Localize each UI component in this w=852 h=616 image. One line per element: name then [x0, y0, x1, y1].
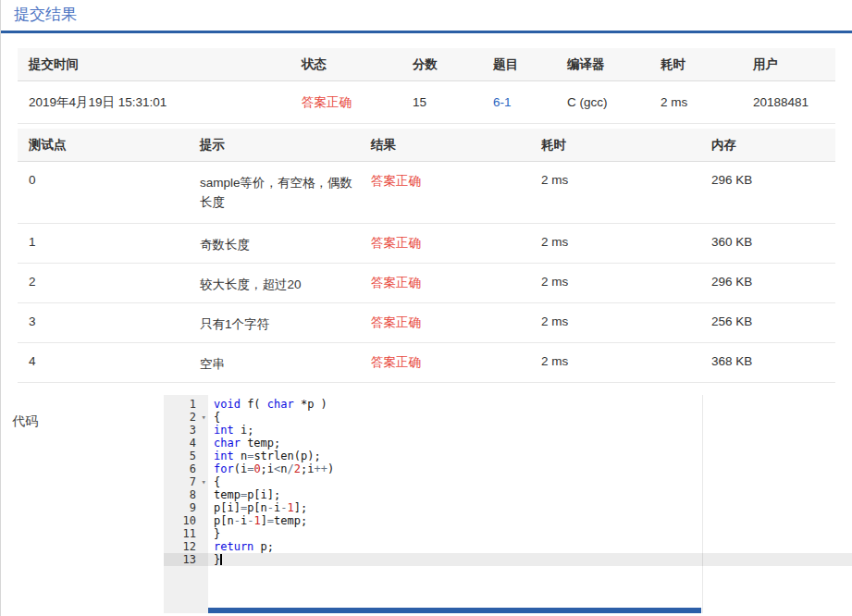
fold-chevron-down-icon[interactable]: ▾: [202, 411, 206, 424]
test-id-cell: 0: [29, 173, 200, 187]
text-cursor: [220, 554, 222, 565]
submission-row: 2019年4月19日 15:31:01 答案正确 15 6-1 C (gcc) …: [18, 81, 835, 124]
col-header-result: 结果: [371, 137, 541, 154]
gutter-line-number: 3: [164, 424, 208, 437]
code-line: char temp;: [214, 437, 852, 450]
user-cell: 20188481: [753, 95, 835, 109]
submission-table: 提交时间 状态 分数 题目 编译器 耗时 用户 2019年4月19日 15:31…: [18, 48, 835, 124]
col-header-user: 用户: [753, 56, 835, 73]
test-id-cell: 3: [29, 314, 200, 328]
code-line: }: [214, 553, 852, 566]
code-section-label: 代码: [1, 395, 164, 613]
test-row: 3 只有1个字符 答案正确 2 ms 256 KB: [18, 303, 835, 343]
page-title: 提交结果: [1, 0, 852, 31]
test-memory-cell: 368 KB: [711, 354, 835, 368]
test-memory-cell: 296 KB: [711, 173, 835, 187]
code-line: p[n-i-1]=temp;: [214, 514, 852, 527]
score-cell: 15: [413, 95, 493, 109]
gutter-line-number: 6: [164, 462, 208, 475]
test-row: 2 较大长度，超过20 答案正确 2 ms 296 KB: [18, 264, 835, 303]
code-line: int i;: [214, 424, 852, 437]
gutter-line-number: 7▾: [164, 475, 208, 488]
col-header-testpoint: 测试点: [29, 137, 200, 154]
col-header-duration: 耗时: [661, 56, 753, 73]
compiler-cell: C (gcc): [567, 95, 661, 109]
editor-hscrollbar-thumb[interactable]: [208, 608, 701, 613]
test-memory-cell: 360 KB: [711, 235, 835, 249]
col-header-status: 状态: [302, 56, 413, 73]
gutter-line-number: 12: [164, 540, 208, 553]
col-header-hint: 提示: [200, 137, 371, 154]
test-cases-table-header: 测试点 提示 结果 耗时 内存: [18, 129, 835, 162]
test-time-cell: 2 ms: [541, 235, 711, 249]
test-row: 4 空串 答案正确 2 ms 368 KB: [18, 343, 835, 383]
code-line: {: [214, 475, 852, 488]
test-time-cell: 2 ms: [541, 173, 711, 187]
gutter-line-number: 4: [164, 437, 208, 450]
gutter-line-number: 11: [164, 527, 208, 540]
test-result-cell: 答案正确: [371, 275, 541, 291]
test-id-cell: 1: [29, 235, 200, 249]
editor-content[interactable]: void f( char *p ){int i;char temp;int n=…: [214, 398, 852, 566]
test-row: 0 sample等价，有空格，偶数长度 答案正确 2 ms 296 KB: [18, 162, 835, 224]
test-id-cell: 2: [29, 275, 200, 289]
test-memory-cell: 256 KB: [711, 314, 835, 328]
code-line: return p;: [214, 540, 852, 553]
problem-link[interactable]: 6-1: [493, 95, 512, 109]
submit-time-cell: 2019年4月19日 15:31:01: [29, 94, 302, 111]
col-header-memory: 内存: [711, 137, 835, 154]
code-line: void f( char *p ): [214, 398, 852, 411]
col-header-compiler: 编译器: [567, 56, 661, 73]
title-divider: [1, 31, 852, 33]
gutter-line-number: 10: [164, 514, 208, 527]
submission-result-page: 提交结果 提交时间 状态 分数 题目 编译器 耗时 用户 2019年4月19日 …: [0, 0, 852, 616]
gutter-line-number: 9: [164, 501, 208, 514]
submission-table-header: 提交时间 状态 分数 题目 编译器 耗时 用户: [18, 48, 835, 81]
col-header-score: 分数: [413, 56, 493, 73]
gutter-line-number: 13: [164, 553, 208, 566]
editor-gutter: 12▾34567▾8910111213: [164, 395, 208, 613]
test-result-cell: 答案正确: [371, 173, 541, 190]
code-line: for(i=0;i<n/2;i++): [214, 462, 852, 475]
test-hint-cell: 只有1个字符: [200, 314, 368, 334]
col-header-problem: 题目: [493, 56, 567, 73]
code-section: 代码 12▾34567▾8910111213 void f( char *p )…: [1, 395, 852, 613]
test-result-cell: 答案正确: [371, 235, 541, 252]
code-line: int n=strlen(p);: [214, 450, 852, 462]
gutter-line-number: 8: [164, 488, 208, 501]
code-line: }: [214, 527, 852, 540]
test-hint-cell: sample等价，有空格，偶数长度: [200, 173, 368, 212]
test-cases-table: 测试点 提示 结果 耗时 内存 0 sample等价，有空格，偶数长度 答案正确…: [18, 129, 835, 383]
col-header-time: 耗时: [541, 137, 711, 154]
gutter-line-number: 2▾: [164, 411, 208, 424]
test-memory-cell: 296 KB: [711, 275, 835, 289]
fold-chevron-down-icon[interactable]: ▾: [202, 475, 206, 488]
code-line: {: [214, 411, 852, 424]
test-time-cell: 2 ms: [541, 275, 711, 289]
code-line: p[i]=p[n-i-1];: [214, 501, 852, 514]
test-result-cell: 答案正确: [371, 354, 541, 371]
test-time-cell: 2 ms: [541, 314, 711, 328]
test-time-cell: 2 ms: [541, 354, 711, 368]
test-hint-cell: 较大长度，超过20: [200, 275, 368, 294]
status-cell: 答案正确: [302, 94, 413, 111]
duration-cell: 2 ms: [661, 95, 753, 109]
test-hint-cell: 空串: [200, 354, 368, 374]
test-hint-cell: 奇数长度: [200, 235, 368, 254]
code-line: temp=p[i];: [214, 488, 852, 501]
gutter-line-number: 1: [164, 398, 208, 411]
col-header-submit-time: 提交时间: [29, 56, 302, 73]
code-editor[interactable]: 12▾34567▾8910111213 void f( char *p ){in…: [164, 395, 852, 613]
test-row: 1 奇数长度 答案正确 2 ms 360 KB: [18, 224, 835, 264]
gutter-line-number: 5: [164, 450, 208, 462]
test-id-cell: 4: [29, 354, 200, 368]
test-result-cell: 答案正确: [371, 314, 541, 331]
